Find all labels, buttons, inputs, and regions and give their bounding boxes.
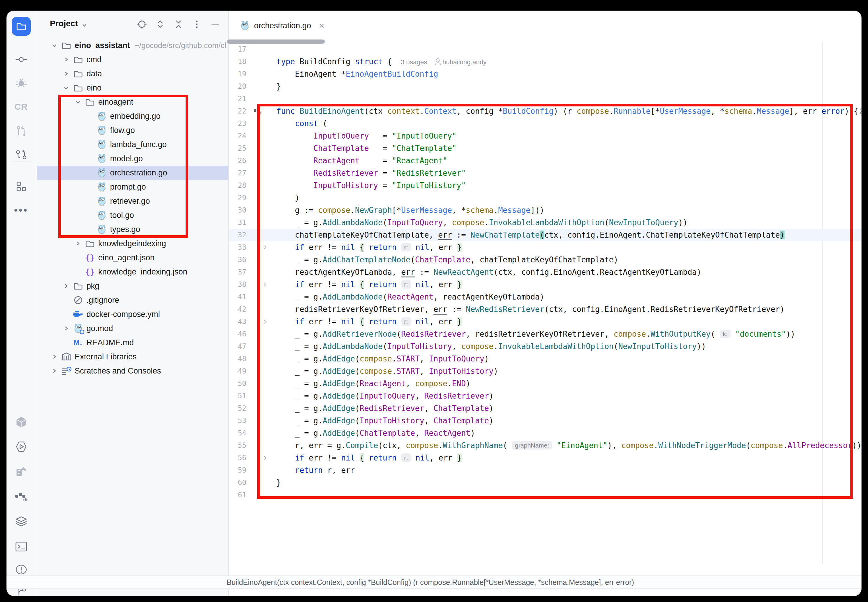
code-line-52[interactable]: 52 _ = g.AddEdge(RedisRetriever, ChatTem… [229, 402, 862, 415]
code-line-25[interactable]: 25 ChatTemplate = "ChatTemplate" [229, 142, 862, 155]
code-line-47[interactable]: 47 _ = g.AddLambdaNode(InputToHistory, c… [229, 340, 862, 353]
chevron-right-icon[interactable] [60, 56, 72, 63]
code-line-41[interactable]: 41 _ = g.AddLambdaNode(ReactAgent, react… [229, 291, 862, 303]
collapse-all-icon[interactable] [173, 19, 184, 29]
tree-item-knowledge-indexing-json[interactable]: {}knowledge_indexing.json [37, 265, 228, 279]
chevron-down-icon[interactable] [48, 42, 60, 49]
line-number[interactable]: 20 [229, 80, 246, 92]
code-line-26[interactable]: 26 ReactAgent = "ReactAgent" [229, 155, 862, 167]
tree-item-knowledgeindexing[interactable]: knowledgeindexing [37, 236, 228, 250]
rail-profiler-icon[interactable] [12, 487, 31, 506]
tree-item-flow-go[interactable]: flow.go [37, 123, 228, 137]
line-number[interactable]: 21 [229, 92, 246, 105]
chevron-right-icon[interactable] [60, 283, 72, 289]
tree-item-embedding-go[interactable]: embedding.go [37, 109, 228, 123]
code-line-54[interactable]: 54 _ = g.AddEdge(ChatTemplate, ReactAgen… [229, 427, 862, 439]
code-line-51[interactable]: 51 _ = g.AddEdge(InputToQuery, RedisRetr… [229, 390, 862, 402]
line-number[interactable]: 38 [229, 278, 246, 291]
code-line-33[interactable]: 33 if err != nil { return r: nil, err } [229, 241, 862, 253]
rail-debug-icon[interactable] [12, 73, 31, 92]
line-number[interactable]: 51 [229, 390, 246, 402]
project-panel-title[interactable]: Project [50, 19, 78, 28]
code-line-20[interactable]: 20} [229, 80, 862, 92]
line-number[interactable]: 24 [229, 130, 246, 142]
expand-all-icon[interactable] [155, 19, 166, 29]
chevron-right-icon[interactable] [48, 353, 60, 360]
chevron-down-icon[interactable] [60, 84, 72, 91]
gutter-diagram-icon[interactable] [254, 107, 262, 114]
code-area[interactable]: 1718type BuildConfig struct {3 usageshuh… [229, 43, 862, 501]
rail-project-folder-icon[interactable] [12, 17, 31, 36]
line-number[interactable]: 61 [229, 489, 246, 501]
tree-item-tool-go[interactable]: tool.go [37, 208, 228, 222]
code-line-56[interactable]: 56 if err != nil { return r: nil, err } [229, 452, 862, 464]
fold-chevron-icon[interactable] [262, 318, 268, 326]
code-line-22[interactable]: 22func BuildEinoAgent(ctx context.Contex… [229, 105, 862, 117]
rail-vcs-compare-icon[interactable] [12, 145, 31, 164]
rail-pull-requests-icon[interactable] [12, 121, 31, 140]
code-line-55[interactable]: 55 r, err = g.Compile(ctx, compose.WithG… [229, 439, 862, 452]
tree-item-eino-agent-json[interactable]: {}eino_agent.json [37, 250, 228, 265]
line-number[interactable]: 59 [229, 464, 246, 476]
line-number[interactable]: 28 [229, 179, 246, 192]
line-number[interactable]: 54 [229, 427, 246, 439]
line-number[interactable]: 19 [229, 68, 246, 80]
rail-layers-icon[interactable] [12, 512, 31, 531]
tree-item-docker-compose-yml[interactable]: docker-compose.yml [37, 307, 228, 321]
line-number[interactable]: 32 [229, 229, 246, 241]
line-number[interactable]: 36 [229, 253, 246, 266]
chevron-down-icon[interactable] [71, 99, 84, 105]
tree-item-einoagent[interactable]: einoagent [37, 95, 228, 109]
code-line-48[interactable]: 48 _ = g.AddEdge(compose.START, InputToQ… [229, 353, 862, 365]
more-icon[interactable] [191, 19, 202, 29]
line-number[interactable]: 50 [229, 377, 246, 390]
rail-structure-icon[interactable] [12, 177, 31, 196]
line-number[interactable]: 29 [229, 192, 246, 204]
tree-item-orchestration-go[interactable]: orchestration.go [37, 166, 228, 180]
line-number[interactable]: 22 [229, 105, 246, 117]
chevron-right-icon[interactable] [71, 240, 84, 247]
code-line-53[interactable]: 53 _ = g.AddEdge(InputToHistory, ChatTem… [229, 415, 862, 427]
tree-item-scratches-and-consoles[interactable]: Scratches and Consoles [37, 364, 228, 378]
code-line-46[interactable]: 46 _ = g.AddRetrieverNode(RedisRetriever… [229, 328, 862, 340]
code-line-32[interactable]: 32 chatTemplateKeyOfChatTemplate, err :=… [229, 229, 862, 241]
tab-orchestration-go[interactable]: orchestration.go × [237, 11, 327, 41]
code-line-38[interactable]: 38 if err != nil { return r: nil, err } [229, 278, 862, 291]
code-line-29[interactable]: 29 ) [229, 192, 862, 204]
line-number[interactable]: 23 [229, 117, 246, 130]
code-line-61[interactable]: 61 [229, 489, 862, 501]
tree-item-external-libraries[interactable]: External Libraries [37, 350, 228, 364]
tree-item-readme-md[interactable]: M↓README.md [37, 335, 228, 350]
rail-packages-cube-icon[interactable] [12, 413, 31, 432]
line-number[interactable]: 37 [229, 266, 246, 278]
tree-item-data[interactable]: data [37, 67, 228, 81]
tree-item-pkg[interactable]: pkg [37, 279, 228, 293]
line-number[interactable]: 42 [229, 303, 246, 315]
code-line-37[interactable]: 37 reactAgentKeyOfLambda, err := NewReac… [229, 266, 862, 278]
tree-item-lambda-func-go[interactable]: lambda_func.go [37, 137, 228, 152]
line-number[interactable]: 56 [229, 452, 246, 464]
line-number[interactable]: 26 [229, 155, 246, 167]
rail-more-icon[interactable]: ••• [12, 200, 31, 220]
code-line-36[interactable]: 36 _ = g.AddChatTemplateNode(ChatTemplat… [229, 253, 862, 266]
tab-close-icon[interactable]: × [319, 21, 325, 31]
code-line-42[interactable]: 42 redisRetrieverKeyOfRetriever, err := … [229, 303, 862, 315]
tree-item-types-go[interactable]: types.go [37, 222, 228, 236]
rail-code-review-icon[interactable]: CR [12, 97, 31, 116]
code-line-43[interactable]: 43 if err != nil { return r: nil, err } [229, 315, 862, 328]
line-number[interactable]: 25 [229, 142, 246, 155]
code-line-18[interactable]: 18type BuildConfig struct {3 usageshuhai… [229, 55, 862, 68]
line-number[interactable]: 60 [229, 476, 246, 489]
code-line-60[interactable]: 60} [229, 476, 862, 489]
code-line-49[interactable]: 49 _ = g.AddEdge(compose.START, InputToH… [229, 365, 862, 377]
tree-item-eino[interactable]: eino [37, 81, 228, 95]
code-line-50[interactable]: 50 _ = g.AddEdge(ReactAgent, compose.END… [229, 377, 862, 390]
line-number[interactable]: 17 [229, 43, 246, 55]
fold-chevron-icon[interactable] [262, 281, 268, 288]
fold-chevron-icon[interactable] [262, 454, 268, 462]
tree-item-prompt-go[interactable]: prompt.go [37, 180, 228, 194]
tree-item-eino-assistant[interactable]: eino_assistant~/gocode/src/github.com/cl [37, 38, 228, 52]
code-line-59[interactable]: 59 return r, err [229, 464, 862, 476]
hide-icon[interactable] [210, 19, 220, 29]
line-number[interactable]: 27 [229, 167, 246, 179]
